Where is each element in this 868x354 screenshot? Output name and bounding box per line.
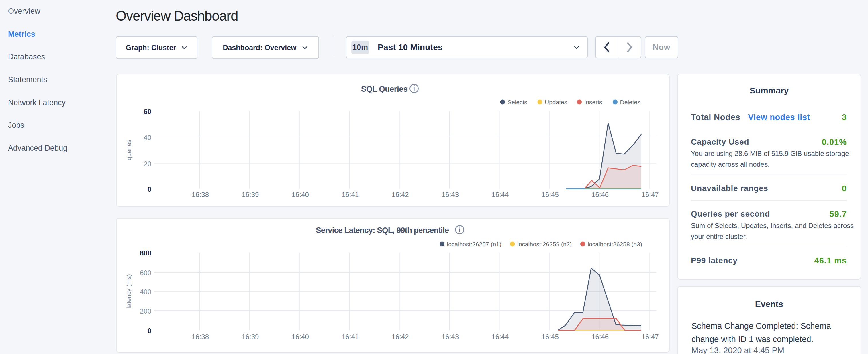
svg-text:16:42: 16:42 [392, 333, 409, 341]
svg-text:16:45: 16:45 [541, 191, 559, 198]
svg-text:16:47: 16:47 [642, 333, 659, 341]
svg-text:16:42: 16:42 [392, 191, 409, 198]
svg-text:16:43: 16:43 [442, 191, 459, 198]
svg-text:16:38: 16:38 [192, 333, 209, 341]
svg-text:20: 20 [144, 160, 151, 167]
svg-text:Deletes: Deletes [620, 99, 641, 105]
svg-text:16:39: 16:39 [242, 333, 259, 341]
svg-text:16:47: 16:47 [642, 191, 659, 198]
svg-text:SQL Queries: SQL Queries [361, 85, 408, 93]
svg-text:16:41: 16:41 [342, 333, 359, 341]
svg-text:localhost:26257 (n1): localhost:26257 (n1) [447, 241, 501, 248]
svg-text:0: 0 [148, 185, 151, 193]
svg-text:16:45: 16:45 [541, 333, 559, 341]
svg-text:Selects: Selects [507, 99, 527, 105]
svg-text:Service Latency: SQL, 99th per: Service Latency: SQL, 99th percentile [316, 226, 449, 234]
svg-text:600: 600 [140, 269, 151, 277]
svg-text:16:44: 16:44 [492, 191, 509, 198]
svg-text:200: 200 [140, 307, 151, 315]
svg-text:60: 60 [144, 108, 151, 116]
svg-text:16:46: 16:46 [591, 333, 609, 341]
svg-text:queries: queries [125, 139, 132, 160]
svg-text:800: 800 [140, 249, 151, 257]
svg-text:localhost:26259 (n2): localhost:26259 (n2) [517, 241, 572, 248]
svg-text:16:38: 16:38 [192, 191, 209, 198]
svg-text:latency (ms): latency (ms) [125, 274, 132, 309]
svg-text:16:40: 16:40 [292, 333, 309, 341]
svg-text:400: 400 [140, 288, 151, 296]
svg-text:16:43: 16:43 [442, 333, 459, 341]
svg-text:localhost:26258 (n3): localhost:26258 (n3) [588, 241, 642, 248]
svg-text:Updates: Updates [545, 99, 567, 105]
svg-text:16:39: 16:39 [242, 191, 259, 198]
svg-text:0: 0 [148, 327, 151, 334]
svg-text:16:44: 16:44 [492, 333, 509, 341]
svg-text:16:41: 16:41 [342, 191, 359, 198]
svg-text:16:40: 16:40 [292, 191, 309, 198]
svg-text:40: 40 [144, 134, 151, 141]
svg-text:Inserts: Inserts [584, 99, 602, 105]
svg-text:16:46: 16:46 [591, 191, 609, 198]
